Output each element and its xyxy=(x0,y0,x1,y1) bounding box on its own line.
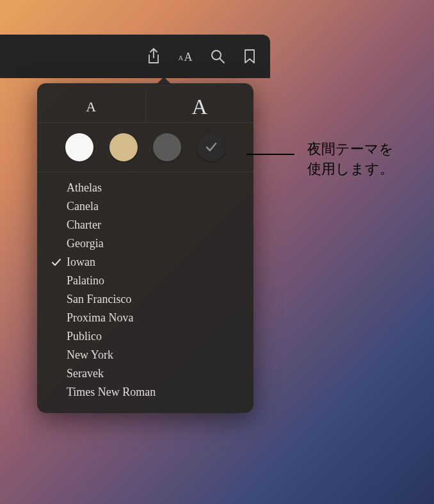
font-item[interactable]: Times New Roman xyxy=(37,383,253,402)
font-name-label: Athelas xyxy=(67,181,102,195)
font-item[interactable]: Publico xyxy=(37,327,253,346)
bookmark-icon[interactable] xyxy=(241,47,259,65)
checkmark-icon xyxy=(50,293,63,306)
share-icon[interactable] xyxy=(145,47,163,65)
theme-row xyxy=(37,123,253,172)
checkmark-icon xyxy=(50,256,63,269)
checkmark-icon xyxy=(50,349,63,362)
font-name-label: Charter xyxy=(67,218,101,232)
checkmark-icon xyxy=(50,200,63,213)
font-name-label: Seravek xyxy=(67,367,104,380)
font-item[interactable]: Charter xyxy=(37,216,253,234)
appearance-icon[interactable]: A A xyxy=(177,47,195,65)
checkmark-icon xyxy=(204,140,218,154)
font-name-label: Georgia xyxy=(67,237,104,250)
font-item[interactable]: Proxima Nova xyxy=(37,309,253,327)
font-item[interactable]: Iowan xyxy=(37,253,253,272)
search-icon[interactable] xyxy=(209,47,227,65)
font-size-row: A A xyxy=(37,91,253,123)
font-item[interactable]: San Francisco xyxy=(37,290,253,309)
font-item[interactable]: Palatino xyxy=(37,272,253,290)
font-name-label: New York xyxy=(67,348,113,362)
checkmark-icon xyxy=(50,219,63,232)
toolbar: A A xyxy=(0,35,270,78)
checkmark-icon xyxy=(50,368,63,380)
callout-line2: 使用します。 xyxy=(307,161,394,177)
font-name-label: Iowan xyxy=(67,256,95,269)
checkmark-icon xyxy=(50,275,63,288)
font-item[interactable]: Canela xyxy=(37,197,253,216)
font-item[interactable]: New York xyxy=(37,346,253,364)
checkmark-icon xyxy=(50,238,63,250)
font-item[interactable]: Georgia xyxy=(37,234,253,253)
checkmark-icon xyxy=(50,182,63,195)
theme-white-button[interactable] xyxy=(65,133,93,161)
checkmark-icon xyxy=(50,330,63,343)
appearance-popover: A A AthelasCanelaCharterGeorgiaIowanPala… xyxy=(37,83,253,413)
theme-sepia-button[interactable] xyxy=(109,133,138,161)
font-name-label: San Francisco xyxy=(67,293,131,306)
font-name-label: Palatino xyxy=(67,274,104,288)
svg-text:A: A xyxy=(178,54,183,61)
callout-line xyxy=(246,154,294,155)
font-name-label: Publico xyxy=(67,330,102,343)
checkmark-icon xyxy=(50,386,63,399)
svg-line-3 xyxy=(220,58,224,63)
callout-line1: 夜間テーマを xyxy=(307,141,394,157)
theme-gray-button[interactable] xyxy=(153,133,181,161)
font-size-increase-button[interactable]: A xyxy=(146,91,254,122)
font-name-label: Canela xyxy=(67,200,99,213)
font-size-decrease-button[interactable]: A xyxy=(37,91,146,122)
theme-night-button[interactable] xyxy=(197,133,225,161)
font-item[interactable]: Athelas xyxy=(37,179,253,197)
font-item[interactable]: Seravek xyxy=(37,364,253,383)
font-name-label: Times New Roman xyxy=(67,386,156,399)
checkmark-icon xyxy=(50,312,63,325)
svg-text:A: A xyxy=(184,51,193,63)
font-list: AthelasCanelaCharterGeorgiaIowanPalatino… xyxy=(37,172,253,405)
callout-text: 夜間テーマを 使用します。 xyxy=(307,140,394,179)
font-name-label: Proxima Nova xyxy=(67,311,133,325)
